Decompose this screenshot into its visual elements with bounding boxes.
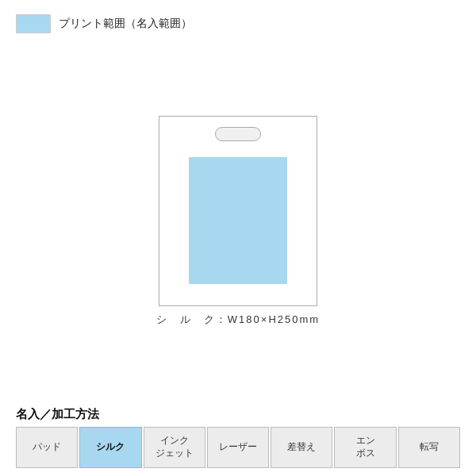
method-btn-pad[interactable]: パッド xyxy=(16,427,78,468)
method-btn-laser[interactable]: レーザー xyxy=(207,427,269,468)
diagram-area: シ ル ク：W180×H250mm xyxy=(16,43,460,399)
print-area xyxy=(189,157,287,284)
method-section-title: 名入／加工方法 xyxy=(16,407,460,422)
legend-row: プリント範囲（名入範囲） xyxy=(16,14,460,33)
main-container: プリント範囲（名入範囲） シ ル ク：W180×H250mm 名入／加工方法 パ… xyxy=(0,0,476,476)
method-btn-emboss[interactable]: エン ボス xyxy=(334,427,396,468)
method-btn-sasikae[interactable]: 差替え xyxy=(271,427,332,468)
method-btn-silk[interactable]: シルク xyxy=(79,427,141,468)
method-buttons-row: パッドシルクインク ジェットレーザー差替えエン ボス転写 xyxy=(16,427,460,468)
bag-diagram xyxy=(159,116,317,306)
dimensions-label: シ ル ク：W180×H250mm xyxy=(156,313,320,327)
method-btn-transfer[interactable]: 転写 xyxy=(398,427,460,468)
legend-color-box xyxy=(16,14,51,33)
legend-label: プリント範囲（名入範囲） xyxy=(59,17,192,31)
method-section: 名入／加工方法 パッドシルクインク ジェットレーザー差替えエン ボス転写 xyxy=(16,407,460,468)
method-btn-inkjet[interactable]: インク ジェット xyxy=(144,427,205,468)
handle-cutout xyxy=(215,127,261,141)
